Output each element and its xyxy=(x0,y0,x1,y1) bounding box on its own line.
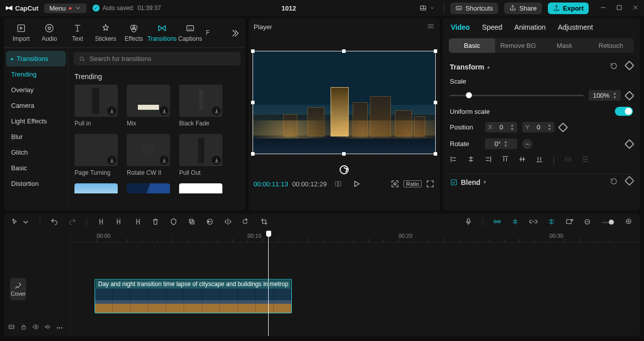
uniform-scale-toggle[interactable] xyxy=(615,107,633,116)
preview-axis[interactable] xyxy=(547,218,555,227)
sidebar-item-distortion[interactable]: Distortion xyxy=(6,176,66,191)
keyframe-transform[interactable] xyxy=(626,62,633,72)
align-top[interactable] xyxy=(501,155,509,165)
transition-item[interactable]: Rotate CW II xyxy=(127,134,170,176)
subtab-basic[interactable]: Basic xyxy=(449,38,495,53)
link-button[interactable] xyxy=(529,218,537,227)
preview-render[interactable] xyxy=(566,218,574,227)
subtab-remove-bg[interactable]: Remove BG xyxy=(495,38,541,53)
search-input[interactable]: Search for transitions xyxy=(73,52,240,65)
undo-button[interactable] xyxy=(50,218,58,227)
tab-transitions[interactable]: Transitions xyxy=(148,20,176,47)
subtab-mask[interactable]: Mask xyxy=(541,38,588,53)
playhead[interactable] xyxy=(268,231,269,336)
transition-item-peek[interactable] xyxy=(127,183,170,193)
tabs-overflow[interactable] xyxy=(226,28,243,40)
shortcuts-button[interactable]: Shortcuts xyxy=(450,3,498,14)
align-vcenter[interactable] xyxy=(518,155,526,165)
scale-slider[interactable] xyxy=(450,95,584,96)
rotate-value[interactable]: 0°▲▼ xyxy=(485,139,517,149)
blend-header[interactable]: Blend xyxy=(461,178,480,186)
tl-collapse[interactable] xyxy=(8,323,15,332)
layout-button[interactable] xyxy=(417,3,438,14)
align-right[interactable] xyxy=(484,155,492,165)
tl-lock[interactable] xyxy=(20,323,27,332)
project-title[interactable]: 1012 xyxy=(167,5,411,12)
transition-item[interactable]: Page Turning xyxy=(74,134,118,176)
sidebar-item-basic[interactable]: Basic xyxy=(6,160,66,176)
split-left[interactable] xyxy=(115,218,123,227)
transition-item[interactable]: Pull Out xyxy=(179,134,222,176)
subtab-retouch[interactable]: Retouch xyxy=(588,38,634,53)
tab-more-f[interactable]: F xyxy=(204,26,211,41)
split-button[interactable] xyxy=(97,218,105,227)
transition-item-peek[interactable] xyxy=(74,183,118,193)
transition-item[interactable]: Black Fade xyxy=(179,85,222,127)
timeline-ruler[interactable]: 00:00 00:10 00:20 00:30 xyxy=(70,231,640,243)
crop2-button[interactable] xyxy=(260,218,268,227)
sidebar-item-light-effects[interactable]: Light Effects xyxy=(6,113,66,129)
align-hcenter[interactable] xyxy=(467,155,475,165)
keyframe-blend[interactable] xyxy=(626,177,633,187)
reverse-button[interactable] xyxy=(206,218,214,227)
mic-button[interactable] xyxy=(464,218,472,227)
scale-to-fit[interactable] xyxy=(390,179,399,188)
delete-button[interactable] xyxy=(151,218,159,227)
position-x[interactable]: X0▲▼ xyxy=(485,122,517,132)
tab-stickers[interactable]: Stickers xyxy=(92,20,120,47)
scale-value[interactable]: 100%▲▼ xyxy=(589,90,621,101)
tab-effects[interactable]: Effects xyxy=(120,20,148,47)
crop-button[interactable] xyxy=(188,218,196,227)
tab-video[interactable]: Video xyxy=(451,23,470,31)
align-left[interactable] xyxy=(450,155,458,165)
keyframe-rotate[interactable] xyxy=(626,141,633,148)
ratio-button[interactable]: Ratio xyxy=(404,180,422,187)
rotate-handle[interactable] xyxy=(249,154,440,174)
sidebar-item-glitch[interactable]: Glitch xyxy=(6,145,66,160)
redo-button[interactable] xyxy=(68,218,76,227)
tab-audio[interactable]: Audio xyxy=(35,20,63,47)
tab-speed[interactable]: Speed xyxy=(482,23,502,31)
tab-animation[interactable]: Animation xyxy=(514,23,545,31)
selection-tool[interactable] xyxy=(11,218,30,226)
export-button[interactable]: Export xyxy=(548,3,589,14)
rotate-reset[interactable]: − xyxy=(522,139,532,149)
window-maximize[interactable] xyxy=(616,4,623,13)
preview-canvas[interactable] xyxy=(253,51,436,154)
magnet-main[interactable] xyxy=(493,218,501,227)
tl-mute[interactable] xyxy=(44,323,51,332)
share-button[interactable]: Share xyxy=(504,3,542,14)
compare-icon[interactable] xyxy=(334,179,343,188)
tl-visibility[interactable] xyxy=(32,323,39,332)
transition-item[interactable]: Pull in xyxy=(74,85,118,127)
player-menu[interactable] xyxy=(427,22,435,32)
cover-button[interactable]: Cover xyxy=(10,278,26,300)
sidebar-tab-transitions[interactable]: ▸Transitions xyxy=(6,51,66,66)
play-button[interactable] xyxy=(352,179,361,188)
magnet-track[interactable] xyxy=(511,218,519,227)
zoom-in[interactable] xyxy=(625,218,633,227)
mirror-button[interactable] xyxy=(224,218,232,227)
transition-item[interactable]: Mix xyxy=(127,85,170,127)
keyframe-scale[interactable] xyxy=(626,92,633,99)
menu-button[interactable]: Menu xyxy=(44,4,87,13)
tl-more[interactable]: ⋯ xyxy=(56,324,63,331)
tab-captions[interactable]: Captions xyxy=(176,20,204,47)
tab-text[interactable]: Text xyxy=(63,20,92,47)
zoom-out[interactable] xyxy=(584,218,592,226)
rotate-button[interactable] xyxy=(242,218,250,227)
marker-button[interactable] xyxy=(170,218,178,227)
keyframe-position[interactable] xyxy=(559,124,567,131)
tab-adjustment[interactable]: Adjustment xyxy=(558,23,593,31)
sidebar-item-overlay[interactable]: Overlay xyxy=(6,82,66,98)
window-close[interactable] xyxy=(632,4,639,13)
fullscreen-button[interactable] xyxy=(426,179,435,188)
align-bottom[interactable] xyxy=(535,155,543,165)
sidebar-item-trending[interactable]: Trending xyxy=(6,66,66,82)
split-right[interactable] xyxy=(133,218,141,227)
window-minimize[interactable] xyxy=(600,4,607,13)
tab-import[interactable]: Import xyxy=(7,20,35,47)
reset-transform[interactable] xyxy=(610,62,618,72)
reset-blend[interactable] xyxy=(610,177,618,187)
position-y[interactable]: Y0▲▼ xyxy=(522,122,554,132)
